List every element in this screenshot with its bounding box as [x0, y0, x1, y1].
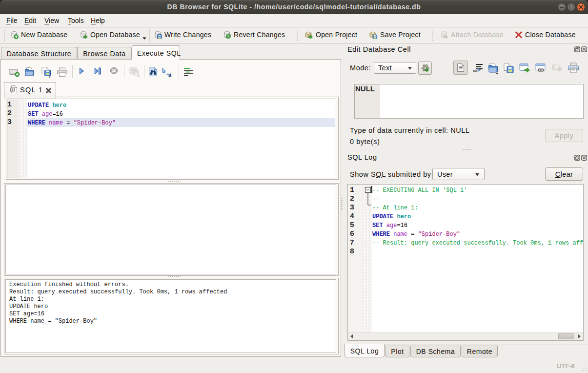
svg-text:b: b — [162, 67, 165, 74]
